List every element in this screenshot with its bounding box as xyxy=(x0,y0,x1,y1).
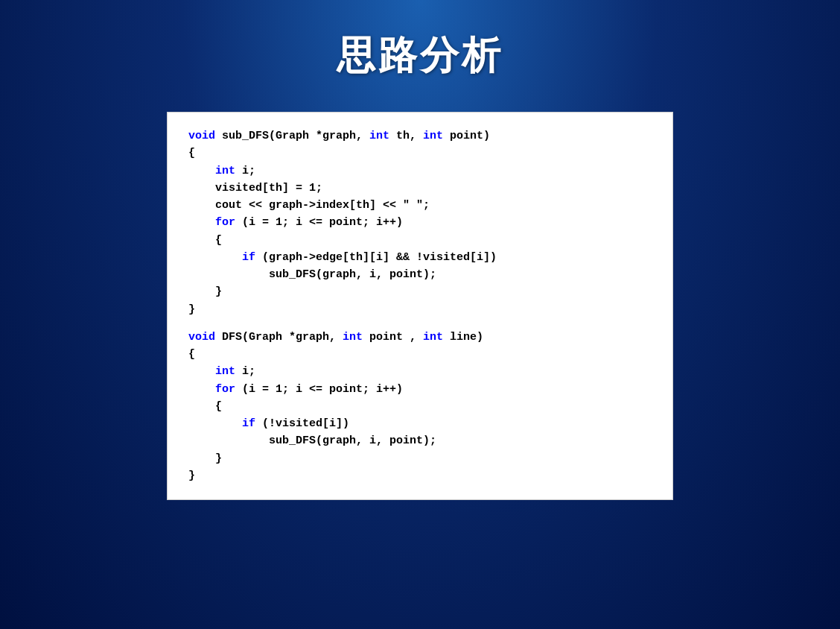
code-line: } xyxy=(188,467,652,484)
code-line: if (!visited[i]) xyxy=(188,415,652,432)
code-line xyxy=(188,318,652,329)
code-line: if (graph->edge[th][i] && !visited[i]) xyxy=(188,249,652,266)
page-title: 思路分析 xyxy=(337,30,503,82)
code-line: cout << graph->index[th] << " "; xyxy=(188,197,652,214)
code-line: visited[th] = 1; xyxy=(188,180,652,197)
code-line: int i; xyxy=(188,363,652,380)
code-line: void sub_DFS(Graph *graph, int th, int p… xyxy=(188,127,652,145)
code-line: int i; xyxy=(188,162,652,180)
code-line: { xyxy=(188,145,652,162)
code-line: { xyxy=(188,346,652,363)
code-line: } xyxy=(188,283,652,300)
code-line: } xyxy=(188,450,652,467)
code-line: sub_DFS(graph, i, point); xyxy=(188,432,652,449)
code-line: void DFS(Graph *graph, int point , int l… xyxy=(188,329,652,346)
code-line: for (i = 1; i <= point; i++) xyxy=(188,214,652,231)
code-line: sub_DFS(graph, i, point); xyxy=(188,266,652,283)
code-line: } xyxy=(188,301,652,318)
code-line: { xyxy=(188,232,652,249)
code-line: { xyxy=(188,398,652,415)
code-container: void sub_DFS(Graph *graph, int th, int p… xyxy=(167,112,673,500)
code-line: for (i = 1; i <= point; i++) xyxy=(188,381,652,398)
code-block: void sub_DFS(Graph *graph, int th, int p… xyxy=(188,127,652,484)
